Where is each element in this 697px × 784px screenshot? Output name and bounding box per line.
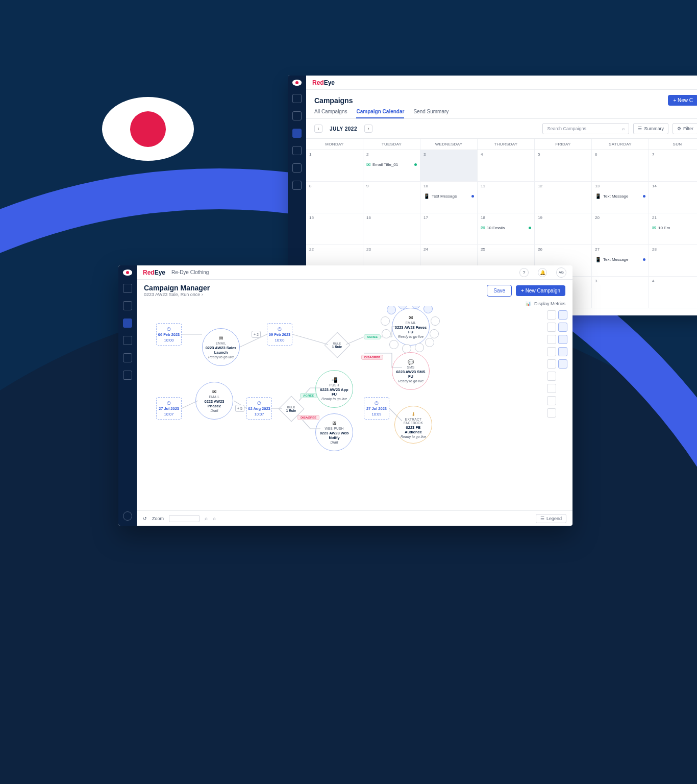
plus-badge-5[interactable]: + 5 — [235, 405, 244, 412]
calendar-cell[interactable]: 16 — [363, 213, 420, 245]
calendar-event[interactable]: 📱Text Message — [595, 257, 645, 262]
calendar-cell[interactable]: 15 — [306, 213, 363, 245]
date-node-3[interactable]: ◷ 27 Jul 2023 10:07 — [156, 397, 182, 420]
push-node[interactable]: 📲 PUSH 0223 AW23 App FU Ready to go live — [315, 370, 353, 408]
nav-icon-6[interactable] — [292, 181, 302, 190]
orbit-icon[interactable] — [389, 340, 399, 349]
palette-item[interactable] — [558, 347, 567, 356]
nav-icon-campaigns[interactable] — [123, 318, 132, 328]
legend-button[interactable]: ☰Legend — [536, 514, 566, 523]
calendar-cell[interactable]: 8 — [306, 182, 363, 213]
webpush-node[interactable]: 🖥 WEB PUSH 0223 AW23 Web Notify Draft — [315, 413, 353, 451]
palette-item[interactable] — [558, 323, 567, 332]
zoom-in-icon[interactable]: ⌕ — [213, 516, 216, 521]
calendar-cell[interactable]: 28 — [649, 245, 697, 277]
email-node-phase2[interactable]: ✉ EMAIL 0223 AW23 Phase2 Draft — [195, 382, 233, 420]
calendar-cell[interactable]: 4 — [478, 150, 535, 182]
search-input[interactable]: Search Campaigns ⌕ — [542, 123, 629, 134]
new-campaign-button[interactable]: + New Campaign — [516, 285, 565, 296]
palette-item[interactable] — [547, 359, 556, 369]
zoom-out-icon[interactable]: ⌕ — [205, 516, 208, 521]
nav-icon-6[interactable] — [123, 371, 132, 380]
next-month-button[interactable]: › — [364, 125, 372, 133]
calendar-cell[interactable]: 27📱Text Message — [592, 245, 649, 277]
email-node-faves[interactable]: ✉ EMAIL 0223 AW23 Faves FU Ready to go l… — [392, 308, 430, 346]
extract-node[interactable]: ⬇ EXTRACT FACEBOOK 0223 FB Audience Read… — [394, 406, 432, 444]
date-node-1[interactable]: ◷ 06 Feb 2023 10:00 — [156, 323, 182, 346]
orbit-icon[interactable] — [425, 338, 434, 347]
calendar-cell[interactable]: 2✉Email Title_01 — [363, 150, 420, 182]
summary-button[interactable]: ☰Summary — [633, 123, 668, 134]
save-button[interactable]: Save — [487, 285, 512, 297]
calendar-cell[interactable]: 21✉10 Em — [649, 213, 697, 245]
calendar-cell[interactable]: 20 — [592, 213, 649, 245]
orbit-icon[interactable] — [430, 329, 439, 338]
nav-icon-2[interactable] — [123, 301, 132, 310]
history-icon[interactable]: ↺ — [143, 516, 147, 521]
zoom-slider[interactable] — [169, 515, 200, 522]
flow-canvas[interactable]: ◷ 06 Feb 2023 10:00 ✉ EMAIL 0223 AW23 Sa… — [137, 306, 572, 510]
plus-badge-2[interactable]: + 2 — [252, 331, 261, 338]
palette-item[interactable] — [547, 408, 556, 418]
palette-item[interactable] — [558, 359, 567, 369]
nav-icon-1[interactable] — [123, 284, 132, 293]
palette-item[interactable] — [558, 335, 567, 344]
palette-item[interactable] — [547, 396, 556, 405]
orbit-icon[interactable] — [431, 316, 440, 326]
tab-all[interactable]: All Campaigns — [314, 109, 347, 118]
date-node-4[interactable]: ◷ 02 Aug 2023 10:07 — [246, 397, 272, 420]
calendar-cell[interactable]: 5 — [535, 150, 592, 182]
calendar-cell[interactable]: 12 — [535, 182, 592, 213]
calendar-cell[interactable]: 3 — [420, 150, 478, 182]
calendar-event[interactable]: ✉10 Emails — [481, 225, 531, 231]
nav-icon-2[interactable] — [292, 111, 302, 120]
calendar-cell[interactable]: 10📱Text Message — [420, 182, 478, 213]
nav-icon-4[interactable] — [123, 336, 132, 345]
calendar-event[interactable]: 📱Text Message — [424, 193, 474, 199]
new-campaign-button[interactable]: + New C — [668, 95, 697, 106]
avatar[interactable]: AG — [556, 267, 566, 278]
palette-item[interactable] — [547, 335, 556, 344]
palette-item[interactable] — [547, 347, 556, 356]
tab-send-summary[interactable]: Send Summary — [413, 109, 449, 118]
calendar-cell[interactable]: 11 — [478, 182, 535, 213]
nav-icon-history[interactable] — [123, 511, 132, 521]
palette-item[interactable] — [547, 323, 556, 332]
date-node-2[interactable]: ◷ 09 Feb 2023 10:00 — [267, 323, 292, 346]
nav-icon-4[interactable] — [292, 146, 302, 155]
tab-calendar[interactable]: Campaign Calendar — [356, 109, 404, 118]
calendar-cell[interactable]: 13📱Text Message — [592, 182, 649, 213]
nav-icon-5[interactable] — [123, 353, 132, 362]
orbit-icon[interactable] — [381, 316, 390, 326]
calendar-cell[interactable]: 9 — [363, 182, 420, 213]
calendar-event[interactable]: ✉10 Em — [652, 225, 697, 231]
calendar-cell[interactable]: 6 — [592, 150, 649, 182]
calendar-cell[interactable]: 19 — [535, 213, 592, 245]
email-node-1[interactable]: ✉ EMAIL 0223 AW23 Sales Launch Ready to … — [202, 328, 240, 366]
help-icon[interactable]: ? — [519, 268, 529, 277]
nav-icon-campaigns[interactable] — [292, 129, 302, 138]
calendar-event[interactable]: 📱Text Message — [595, 193, 645, 199]
calendar-cell[interactable]: 4 — [649, 277, 697, 308]
calendar-cell[interactable]: 18✉10 Emails — [478, 213, 535, 245]
calendar-cell[interactable]: 3 — [592, 277, 649, 308]
palette-item[interactable] — [558, 310, 567, 320]
palette-item[interactable] — [547, 372, 556, 381]
nav-icon-5[interactable] — [292, 163, 302, 173]
palette-item[interactable] — [547, 384, 556, 393]
prev-month-button[interactable]: ‹ — [314, 125, 322, 133]
sms-node[interactable]: 💬 SMS 0223 AW23 SMS FU Ready to go live — [392, 352, 430, 390]
bell-icon[interactable]: 🔔 — [538, 268, 547, 277]
date-node-5[interactable]: ◷ 27 Jul 2023 10:09 — [364, 397, 389, 420]
orbit-icon[interactable] — [382, 329, 391, 338]
calendar-event[interactable]: ✉Email Title_01 — [366, 162, 417, 167]
palette-item[interactable] — [547, 310, 556, 320]
nav-icon-1[interactable] — [292, 94, 302, 103]
display-metrics-link[interactable]: Display Metrics — [534, 301, 565, 306]
calendar-cell[interactable]: 1 — [306, 150, 363, 182]
calendar-cell[interactable]: 14 — [649, 182, 697, 213]
filter-button[interactable]: ⚙Filter — [673, 123, 697, 134]
calendar-cell[interactable]: 7 — [649, 150, 697, 182]
orbit-icon[interactable] — [415, 343, 424, 352]
calendar-cell[interactable]: 17 — [420, 213, 478, 245]
